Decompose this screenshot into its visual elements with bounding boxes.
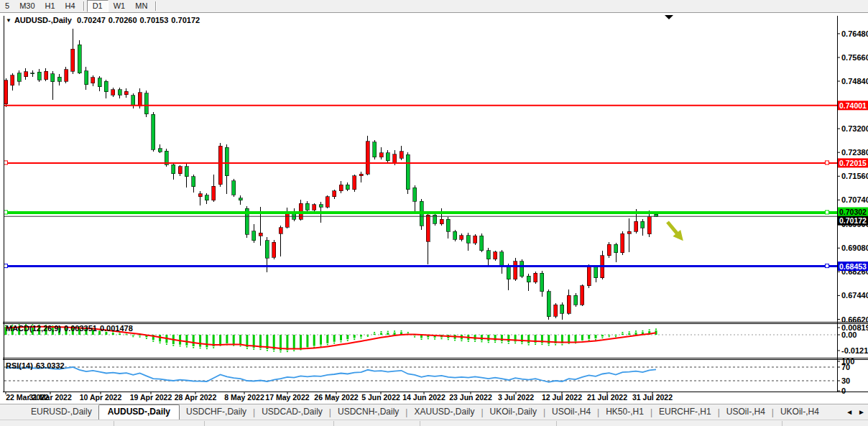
svg-text:0.76480: 0.76480 [841, 29, 868, 38]
ohlc-close: 0.70172 [171, 16, 200, 24]
timeframe-button-m30[interactable]: M30 [14, 1, 40, 11]
ohlc-open: 0.70247 [77, 16, 106, 24]
svg-text:10 Apr 2022: 10 Apr 2022 [80, 393, 122, 402]
svg-text:0.68453: 0.68453 [839, 262, 867, 271]
timeframe-button-w1[interactable]: W1 [108, 1, 131, 11]
svg-text:0.71560: 0.71560 [841, 172, 868, 180]
svg-text:70: 70 [841, 363, 850, 371]
tab-eurusd-daily[interactable]: EURUSD-,Daily [24, 405, 98, 419]
mt4-window: 5M30H1H4D1W1MN 0.764800.756600.748400.73… [0, 0, 868, 426]
svg-text:14 Jun 2022: 14 Jun 2022 [402, 393, 445, 402]
chart-canvas[interactable]: 0.764800.756600.748400.732000.723800.715… [0, 13, 868, 404]
status-bar [0, 420, 868, 426]
tab-eurchf-h1[interactable]: EURCHF-,H1 [652, 405, 718, 419]
svg-text:30: 30 [841, 376, 850, 385]
collapse-triangle-icon[interactable]: ▼ [6, 17, 11, 24]
timeframe-button-h1[interactable]: H1 [40, 1, 60, 11]
svg-text:0.72380: 0.72380 [841, 148, 868, 157]
date-axis: 22 Mar 202231 Mar 202210 Apr 202219 Apr … [6, 392, 673, 402]
svg-text:26 May 2022: 26 May 2022 [314, 393, 358, 402]
timeframe-toolbar: 5M30H1H4D1W1MN [0, 0, 868, 13]
chart-title: ▼AUDUSD-,Daily 0.702470.702600.701530.70… [6, 16, 203, 24]
svg-text:0.72015: 0.72015 [839, 159, 867, 167]
timeframe-button-d1[interactable]: D1 [87, 0, 108, 12]
tab-hk50-h1[interactable]: HK50-,H1 [599, 405, 650, 419]
svg-text:23 Jun 2022: 23 Jun 2022 [449, 393, 492, 402]
svg-text:21 Jul 2022: 21 Jul 2022 [587, 393, 627, 402]
svg-text:5 Jun 2022: 5 Jun 2022 [361, 393, 400, 402]
svg-text:8 May 2022: 8 May 2022 [224, 393, 264, 402]
tab-scroll-controls: ◄ ► [846, 408, 865, 416]
svg-text:0.69080: 0.69080 [841, 244, 868, 252]
rsi-indicator-label: RSI(14)63.0332 [6, 361, 68, 370]
tab-scroll-left-icon[interactable]: ◄ [846, 408, 853, 416]
svg-text:12 Jul 2022: 12 Jul 2022 [542, 393, 582, 402]
svg-text:0.74001: 0.74001 [839, 101, 867, 110]
chart-symbol-label: AUDUSD-,Daily [14, 16, 72, 24]
timeframe-button-mn[interactable]: MN [130, 1, 152, 11]
svg-text:31 Jul 2022: 31 Jul 2022 [632, 393, 673, 402]
tab-ukoil-h4[interactable]: UKOil-,H4 [774, 405, 826, 419]
ohlc-high: 0.70260 [108, 16, 137, 24]
svg-text:0.70740: 0.70740 [841, 195, 868, 204]
ohlc-low: 0.70153 [140, 16, 169, 24]
tab-usoil-h4[interactable]: USOil-,H4 [545, 405, 597, 419]
tab-usdcad-daily[interactable]: USDCAD-,Daily [255, 405, 329, 419]
svg-text:0.70172: 0.70172 [839, 216, 867, 225]
tab-xauusd-daily[interactable]: XAUUSD-,Daily [407, 405, 481, 419]
toolbar-separator [155, 1, 156, 11]
tab-usdchf-daily[interactable]: USDCHF-,Daily [180, 405, 253, 419]
tab-usdcnh-daily[interactable]: USDCNH-,Daily [331, 405, 405, 419]
svg-text:17 May 2022: 17 May 2022 [265, 393, 309, 402]
timeframe-button-h4[interactable]: H4 [60, 1, 80, 11]
tab-ukoil-daily[interactable]: UKOil-,Daily [484, 405, 543, 419]
macd-indicator-label: MACD(12,26,9)0.0033510.001478 [6, 324, 136, 333]
svg-text:31 Mar 2022: 31 Mar 2022 [29, 393, 72, 402]
svg-text:0.00: 0.00 [841, 330, 857, 339]
svg-text:0.73200: 0.73200 [841, 124, 868, 133]
toolbar-separator [83, 1, 84, 11]
svg-text:0: 0 [841, 386, 846, 395]
svg-text:0.74840: 0.74840 [841, 77, 868, 85]
svg-text:0.67440: 0.67440 [841, 291, 868, 300]
tab-audusd-daily[interactable]: AUDUSD-,Daily [98, 404, 180, 420]
timeframe-button-5[interactable]: 5 [0, 1, 14, 11]
tab-scroll-right-icon[interactable]: ► [858, 408, 865, 416]
symbol-tabbar: ◄ ► EURUSD-,DailyAUDUSD-,DailyUSDCHF-,Da… [0, 404, 868, 420]
svg-text:0.75660: 0.75660 [841, 53, 868, 62]
svg-text:-0.012121: -0.012121 [841, 346, 868, 355]
svg-text:19 Apr 2022: 19 Apr 2022 [130, 393, 172, 402]
svg-text:28 Apr 2022: 28 Apr 2022 [175, 393, 217, 402]
svg-text:0.70302: 0.70302 [839, 208, 867, 216]
tab-usoil-h4[interactable]: USOil-,H4 [720, 405, 772, 419]
svg-text:3 Jul 2022: 3 Jul 2022 [498, 393, 534, 402]
